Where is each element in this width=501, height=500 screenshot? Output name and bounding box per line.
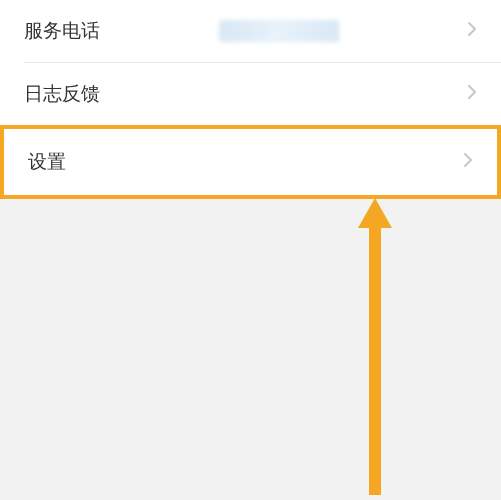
chevron-right-icon — [467, 21, 477, 41]
chevron-right-icon — [467, 84, 477, 104]
chevron-right-icon — [463, 152, 473, 172]
row-label: 日志反馈 — [24, 81, 100, 107]
settings-list: 服务电话 日志反馈 设置 — [0, 0, 501, 199]
row-service-phone[interactable]: 服务电话 — [0, 0, 501, 62]
annotation-arrow-up — [350, 190, 400, 500]
blurred-phone-value — [219, 20, 339, 42]
row-label: 设置 — [28, 149, 66, 175]
row-log-feedback[interactable]: 日志反馈 — [0, 63, 501, 125]
row-settings[interactable]: 设置 — [0, 125, 501, 199]
row-label: 服务电话 — [24, 18, 100, 44]
